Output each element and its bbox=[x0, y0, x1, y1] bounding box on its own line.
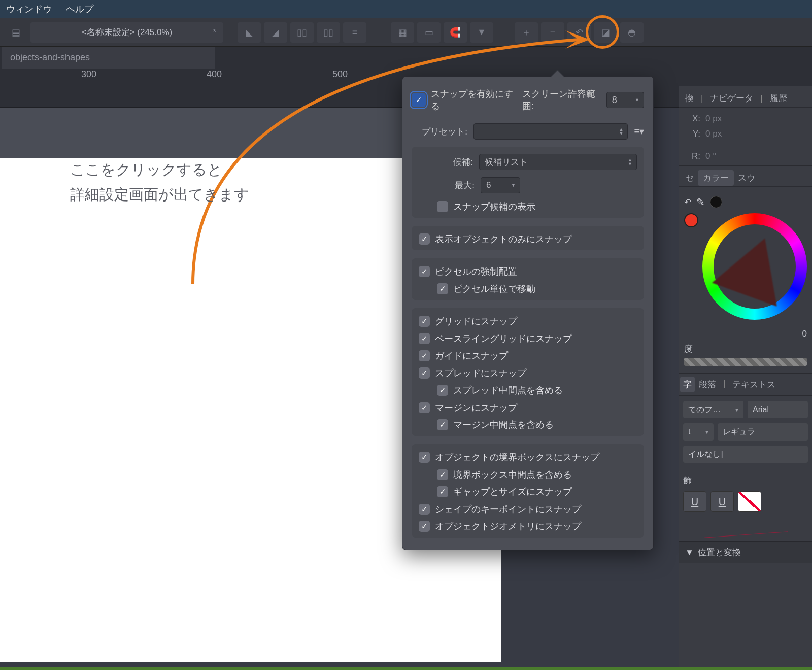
force-pixel-label: ピクセルの強制配置 bbox=[435, 265, 517, 278]
screen-tolerance-select[interactable]: 8 ▼ bbox=[606, 92, 644, 108]
stepper-icon: ▲▼ bbox=[619, 127, 624, 136]
document-tab[interactable]: objects-and-shapes bbox=[2, 47, 215, 69]
preset-label: プリセット: bbox=[412, 126, 467, 138]
underline-button[interactable]: U bbox=[683, 491, 706, 512]
shape-icon[interactable]: ◪ bbox=[594, 22, 617, 43]
snap-bbox-label: オブジェクトの境界ボックスにスナップ bbox=[435, 451, 599, 463]
font-style-select-1[interactable]: t ▼ bbox=[683, 423, 714, 441]
color-wheel[interactable] bbox=[702, 213, 807, 320]
snap-grid-checkbox[interactable] bbox=[419, 316, 430, 327]
include-margin-mid-checkbox[interactable] bbox=[437, 419, 448, 430]
snap-margins-label: マージンにスナップ bbox=[435, 401, 517, 414]
tab-text-styles[interactable]: テキストス bbox=[729, 377, 779, 392]
snap-baseline-grid-checkbox[interactable] bbox=[419, 333, 430, 344]
max-select[interactable]: 6 ▼ bbox=[481, 177, 520, 193]
text-style-value: イルなし] bbox=[688, 449, 723, 460]
color-panel-tabs: セ カラー スウ bbox=[679, 165, 812, 187]
tab-character[interactable]: 字 bbox=[680, 377, 695, 392]
double-underline-button[interactable]: U bbox=[710, 491, 734, 512]
ruler-icon[interactable]: ▭ bbox=[417, 22, 441, 43]
show-candidates-label: スナップ候補の表示 bbox=[453, 200, 535, 213]
bottom-status-bar bbox=[0, 667, 812, 670]
tab-paragraph[interactable]: 段落 bbox=[696, 377, 719, 392]
grid-icon[interactable]: ▦ bbox=[391, 22, 414, 43]
eyedropper-icon[interactable]: ✎ bbox=[696, 196, 705, 208]
tab-swatches[interactable]: スウ bbox=[735, 172, 758, 184]
main-toolbar: ▤ <名称未設定> (245.0%) * ◣ ◢ ▯▯ ▯▯ ≡ ▦ ▭ 🧲 ▼… bbox=[0, 18, 812, 47]
font-family-select-1[interactable]: てのフ… ▼ bbox=[683, 401, 743, 418]
flip-horizontal-icon[interactable]: ◣ bbox=[238, 22, 261, 43]
magnet-icon[interactable]: 🧲 bbox=[444, 22, 467, 43]
character-panel-tabs: 字 段落 | テキストス bbox=[679, 373, 812, 396]
force-pixel-checkbox[interactable] bbox=[419, 266, 430, 277]
ruler-mark: 500 bbox=[332, 69, 348, 80]
layout-snap-group: グリッドにスナップ ベースライングリッドにスナップ ガイドにスナップ スプレッド… bbox=[412, 308, 644, 436]
opacity-label: 度 bbox=[684, 343, 807, 355]
snap-bbox-checkbox[interactable] bbox=[419, 452, 430, 463]
menu-help[interactable]: ヘルプ bbox=[66, 3, 93, 15]
enable-snap-label: スナップを有効にする bbox=[431, 88, 517, 112]
snap-shape-keypoints-checkbox[interactable] bbox=[419, 504, 430, 515]
r-label: R: bbox=[686, 151, 700, 161]
opacity-slider[interactable] bbox=[684, 358, 807, 366]
fill-color-swatch[interactable] bbox=[684, 213, 698, 227]
snap-guides-label: ガイドにスナップ bbox=[435, 350, 508, 362]
no-decoration-button[interactable] bbox=[738, 491, 761, 512]
document-title-tab[interactable]: <名称未設定> (245.0%) * bbox=[30, 22, 223, 43]
snap-spread-label: スプレッドにスナップ bbox=[435, 367, 526, 379]
menubar[interactable]: ウィンドウ ヘルプ bbox=[0, 0, 812, 18]
undo-icon[interactable]: ↶ bbox=[684, 197, 691, 208]
font-style-1: t bbox=[688, 427, 690, 437]
font-style-select-2[interactable]: レギュラ bbox=[718, 423, 808, 441]
include-spread-mid-checkbox[interactable] bbox=[437, 385, 448, 396]
tab-color[interactable]: カラー bbox=[698, 170, 734, 186]
snap-guides-checkbox[interactable] bbox=[419, 350, 430, 361]
tab-history[interactable]: 履歴 bbox=[767, 92, 790, 104]
add-icon[interactable]: ＋ bbox=[515, 22, 538, 43]
font-family-select-2[interactable]: Arial bbox=[748, 401, 808, 418]
show-candidates-checkbox[interactable] bbox=[437, 201, 448, 212]
snap-options-dropdown[interactable]: ▼ bbox=[470, 22, 493, 43]
snap-gap-size-checkbox[interactable] bbox=[437, 486, 448, 497]
doc-menu-icon[interactable]: ▤ bbox=[4, 22, 27, 43]
transform-panel-tabs: 換 | ナビゲータ | 履歴 bbox=[679, 86, 812, 108]
chevron-down-icon: ▼ bbox=[685, 548, 694, 558]
rotate-left-icon[interactable]: ↶ bbox=[567, 22, 591, 43]
candidates-select[interactable]: 候補リスト ▲▼ bbox=[479, 154, 637, 170]
enable-snap-checkbox[interactable] bbox=[412, 93, 426, 107]
menu-window[interactable]: ウィンドウ bbox=[6, 3, 52, 15]
snap-grid-label: グリッドにスナップ bbox=[435, 315, 517, 327]
r-value[interactable]: 0 ° bbox=[705, 151, 716, 161]
snap-spread-checkbox[interactable] bbox=[419, 367, 430, 379]
align-right-icon[interactable]: ▯▯ bbox=[317, 22, 340, 43]
pixel-group: ピクセルの強制配置 ピクセル単位で移動 bbox=[412, 258, 644, 300]
tab-transform[interactable]: 換 bbox=[682, 92, 697, 104]
flip-vertical-icon[interactable]: ◢ bbox=[264, 22, 287, 43]
chevron-down-icon: ▼ bbox=[704, 429, 709, 435]
screen-tolerance-label: スクリーン許容範囲: bbox=[522, 88, 601, 112]
candidates-group: 候補: 候補リスト ▲▼ 最大: 6 ▼ スナップ候補の表示 bbox=[412, 147, 644, 218]
include-bbox-mid-checkbox[interactable] bbox=[437, 469, 448, 480]
candidates-label: 候補: bbox=[419, 156, 473, 168]
mask-icon[interactable]: ◓ bbox=[620, 22, 644, 43]
tab-navigator[interactable]: ナビゲータ bbox=[707, 92, 756, 104]
move-by-pixel-checkbox[interactable] bbox=[437, 283, 448, 294]
remove-icon[interactable]: − bbox=[541, 22, 564, 43]
transform-collapse-header[interactable]: ▼ 位置と変換 bbox=[679, 541, 812, 563]
font-family-1: てのフ… bbox=[688, 405, 721, 415]
y-value[interactable]: 0 px bbox=[705, 129, 722, 139]
snap-geometry-checkbox[interactable] bbox=[419, 521, 430, 532]
strikethrough-preview bbox=[703, 517, 788, 538]
tab-swatch[interactable]: セ bbox=[682, 172, 697, 184]
preset-select[interactable]: ▲▼ bbox=[473, 123, 628, 140]
x-value[interactable]: 0 px bbox=[705, 114, 722, 124]
preset-menu-icon[interactable]: ≡▾ bbox=[634, 126, 644, 137]
align-left-icon[interactable]: ▯▯ bbox=[290, 22, 314, 43]
current-color-swatch[interactable] bbox=[710, 196, 722, 208]
text-style-select[interactable]: イルなし] bbox=[683, 446, 808, 463]
snap-margins-checkbox[interactable] bbox=[419, 402, 430, 413]
align-center-icon[interactable]: ≡ bbox=[343, 22, 366, 43]
transform-collapse-label: 位置と変換 bbox=[698, 547, 741, 558]
snap-visible-only-checkbox[interactable] bbox=[419, 233, 430, 245]
decoration-label: 飾 bbox=[683, 475, 808, 486]
